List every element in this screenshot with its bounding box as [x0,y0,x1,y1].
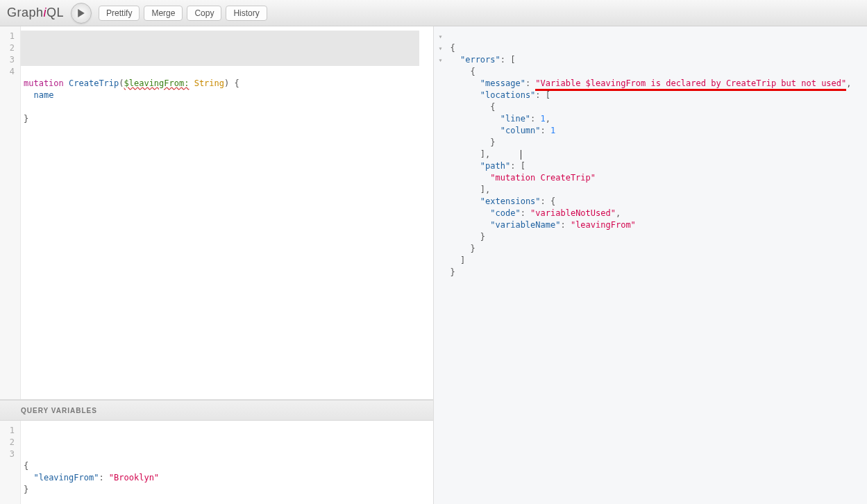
play-icon [77,9,85,17]
copy-button[interactable]: Copy [187,6,221,21]
variables-code[interactable]: { "leavingFrom": "Brooklyn" } [21,421,433,504]
query-editor[interactable]: 1 2 3 4 mutation CreateTrip($leavingFrom… [0,26,433,400]
result-gutter: ▾ ▾ ▾ [434,26,448,294]
variables-editor[interactable]: 1 2 3 { "leavingFrom": "Brooklyn" } [0,421,433,504]
left-pane: 1 2 3 4 mutation CreateTrip($leavingFrom… [0,26,434,504]
result-code[interactable]: { "errors": [ { "message": "Variable $le… [448,26,868,294]
logo: GraphiQL [7,6,64,20]
history-button[interactable]: History [226,6,267,21]
merge-button[interactable]: Merge [144,6,183,21]
variables-bar[interactable]: QUERY VARIABLES [0,400,433,421]
fold-icon[interactable]: ▾ [434,31,448,42]
query-code[interactable]: mutation CreateTrip($leavingFrom: String… [21,26,433,399]
selection-highlight [21,31,419,66]
fold-icon[interactable]: ▾ [434,54,448,66]
error-message: "Variable $leavingFrom is declared by Cr… [535,78,846,91]
run-button[interactable] [71,3,92,24]
variables-title: QUERY VARIABLES [21,407,97,414]
main: 1 2 3 4 mutation CreateTrip($leavingFrom… [0,26,867,504]
logo-text-1: Graph [7,6,44,19]
logo-text-3: QL [47,6,64,19]
result-pane: ▾ ▾ ▾ { "errors": [ { "message": "Variab… [434,26,868,504]
variables-gutter: 1 2 3 [0,421,21,504]
topbar: GraphiQL Prettify Merge Copy History [0,0,867,26]
prettify-button[interactable]: Prettify [99,6,140,21]
cursor [521,150,521,160]
fold-icon[interactable]: ▾ [434,42,448,54]
query-gutter: 1 2 3 4 [0,26,21,399]
toolbar-buttons: Prettify Merge Copy History [99,6,267,21]
